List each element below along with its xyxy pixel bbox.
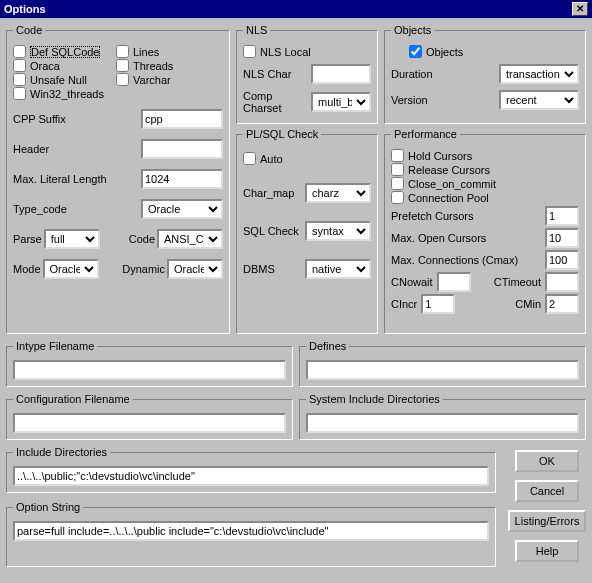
close-checkbox[interactable] (391, 177, 404, 190)
objects-group: Objects Objects Durationtransaction Vers… (384, 24, 586, 124)
auto-label: Auto (260, 153, 283, 165)
cpp-suffix-input[interactable] (141, 109, 223, 129)
nls-char-input[interactable] (311, 64, 371, 84)
intype-group: Intype Filename (6, 340, 293, 387)
cnowait-input[interactable] (437, 272, 471, 292)
dialog-content: Code Def SQLCode Oraca Unsafe Null Win32… (0, 18, 592, 573)
varchar-label: Varchar (133, 74, 171, 86)
close-label: Close_on_commit (408, 178, 496, 190)
cincr-label: CIncr (391, 298, 417, 310)
objects-checkbox[interactable] (409, 45, 422, 58)
sqlcheck-select[interactable]: syntax (305, 221, 371, 241)
cmin-input[interactable] (545, 294, 579, 314)
win32-label: Win32_threads (30, 88, 104, 100)
lines-checkbox[interactable] (116, 45, 129, 58)
varchar-checkbox[interactable] (116, 73, 129, 86)
release-label: Release Cursors (408, 164, 490, 176)
parse-select[interactable]: full (44, 229, 100, 249)
version-select[interactable]: recent (499, 90, 579, 110)
title-bar: Options ✕ (0, 0, 592, 18)
unsafe-checkbox[interactable] (13, 73, 26, 86)
close-icon[interactable]: ✕ (572, 2, 588, 16)
oraca-checkbox[interactable] (13, 59, 26, 72)
incdir-input[interactable] (13, 466, 489, 486)
maxopen-label: Max. Open Cursors (391, 232, 486, 244)
cincr-input[interactable] (421, 294, 455, 314)
sqlcheck-label: SQL Check (243, 225, 299, 237)
maxconn-input[interactable] (545, 250, 579, 270)
intype-input[interactable] (13, 360, 286, 380)
win32-checkbox[interactable] (13, 87, 26, 100)
code-group: Code Def SQLCode Oraca Unsafe Null Win32… (6, 24, 230, 334)
incdir-legend: Include Directories (13, 446, 110, 458)
cnowait-label: CNowait (391, 276, 433, 288)
listing-button[interactable]: Listing/Errors (508, 510, 586, 532)
config-legend: Configuration Filename (13, 393, 133, 405)
sysinc-input[interactable] (306, 413, 579, 433)
threads-label: Threads (133, 60, 173, 72)
typecode-select[interactable]: Oracle (141, 199, 223, 219)
sysinc-legend: System Include Directories (306, 393, 443, 405)
ctimeout-input[interactable] (545, 272, 579, 292)
duration-label: Duration (391, 68, 433, 80)
cancel-button[interactable]: Cancel (515, 480, 579, 502)
mode-select[interactable]: Oracle (43, 259, 99, 279)
mode-label: Mode (13, 263, 41, 275)
nls-char-label: NLS Char (243, 68, 291, 80)
release-checkbox[interactable] (391, 163, 404, 176)
performance-legend: Performance (391, 128, 460, 140)
plsql-group: PL/SQL Check Auto Char_mapcharz SQL Chec… (236, 128, 378, 334)
defsql-label: Def SQLCode (30, 46, 100, 58)
lines-label: Lines (133, 46, 159, 58)
charmap-label: Char_map (243, 187, 294, 199)
code-select[interactable]: ANSI_C (157, 229, 223, 249)
parse-label: Parse (13, 233, 42, 245)
optstr-group: Option String (6, 501, 496, 567)
defsql-checkbox[interactable] (13, 45, 26, 58)
plsql-legend: PL/SQL Check (243, 128, 321, 140)
sysinc-group: System Include Directories (299, 393, 586, 440)
optstr-legend: Option String (13, 501, 83, 513)
nls-local-checkbox[interactable] (243, 45, 256, 58)
defines-legend: Defines (306, 340, 349, 352)
performance-group: Performance Hold Cursors Release Cursors… (384, 128, 586, 334)
ctimeout-label: CTimeout (494, 276, 541, 288)
objects-legend: Objects (391, 24, 434, 36)
config-input[interactable] (13, 413, 286, 433)
incdir-group: Include Directories (6, 446, 496, 493)
ok-button[interactable]: OK (515, 450, 579, 472)
duration-select[interactable]: transaction (499, 64, 579, 84)
unsafe-label: Unsafe Null (30, 74, 87, 86)
defines-group: Defines (299, 340, 586, 387)
cmin-label: CMin (515, 298, 541, 310)
config-group: Configuration Filename (6, 393, 293, 440)
maxlit-input[interactable] (141, 169, 223, 189)
maxlit-label: Max. Literal Length (13, 173, 107, 185)
objects-cb-label: Objects (426, 46, 463, 58)
dbms-select[interactable]: native (305, 259, 371, 279)
typecode-label: Type_code (13, 203, 67, 215)
auto-checkbox[interactable] (243, 152, 256, 165)
dynamic-select[interactable]: Oracle (167, 259, 223, 279)
pool-checkbox[interactable] (391, 191, 404, 204)
oraca-label: Oraca (30, 60, 60, 72)
code-legend: Code (13, 24, 45, 36)
nls-charset-label: Comp Charset (243, 90, 307, 114)
threads-checkbox[interactable] (116, 59, 129, 72)
pool-label: Connection Pool (408, 192, 489, 204)
charmap-select[interactable]: charz (305, 183, 371, 203)
maxconn-label: Max. Connections (Cmax) (391, 254, 518, 266)
hold-checkbox[interactable] (391, 149, 404, 162)
nls-charset-select[interactable]: multi_byte (311, 92, 371, 112)
maxopen-input[interactable] (545, 228, 579, 248)
cpp-suffix-label: CPP Suffix (13, 113, 66, 125)
hold-label: Hold Cursors (408, 150, 472, 162)
help-button[interactable]: Help (515, 540, 579, 562)
header-input[interactable] (141, 139, 223, 159)
optstr-input[interactable] (13, 521, 489, 541)
dbms-label: DBMS (243, 263, 275, 275)
nls-legend: NLS (243, 24, 270, 36)
prefetch-input[interactable] (545, 206, 579, 226)
window-title: Options (4, 3, 46, 15)
defines-input[interactable] (306, 360, 579, 380)
